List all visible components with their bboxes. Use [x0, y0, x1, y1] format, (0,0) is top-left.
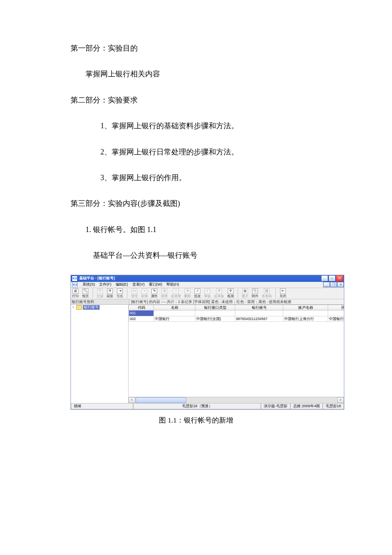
toolbar-icon: ⊘	[161, 289, 167, 294]
table-cell: 工商银行	[195, 311, 235, 316]
toolbar-icon: ⟳	[107, 289, 113, 294]
table-cell: 中国银行（开户行	[328, 311, 344, 316]
toolbar-label: 检测	[227, 294, 234, 298]
toolbar-button: ○反禁用	[170, 289, 181, 298]
inner-restore-button[interactable]: ❐	[330, 282, 337, 287]
step1-title: 1. 银行帐号。如图 1.1	[71, 223, 321, 236]
toolbar-icon: ⇤	[280, 289, 286, 294]
menu-icon: K3	[72, 282, 78, 287]
toolbar-label: 禁用	[161, 294, 168, 298]
toolbar-icon: ⚲	[228, 289, 234, 294]
table-cell: 001	[129, 311, 154, 316]
toolbar-icon: ✓	[205, 289, 210, 294]
menu-item[interactable]: 帮助(H)	[166, 282, 179, 287]
toolbar-button[interactable]: ✓批改	[194, 289, 201, 298]
column-header[interactable]: 开户行	[328, 305, 344, 311]
content-header: 银行账号资料 [银行账号] 的内容 ---- 共计：2 条记录 [字体说明] 蓝…	[71, 299, 344, 305]
column-header[interactable]: 代码	[129, 305, 154, 311]
requirement-1: 1、掌握网上银行的基础资料步骤和方法。	[71, 119, 321, 132]
toolbar-button[interactable]: ⇥引出	[116, 289, 124, 298]
toolbar-icon: ⇥	[117, 289, 123, 294]
scroll-left-icon[interactable]: <	[129, 397, 135, 403]
column-header[interactable]: 银行接口类型	[195, 305, 235, 311]
toolbar-button[interactable]: ⟳刷新	[106, 289, 114, 298]
toolbar-icon: ✗	[216, 289, 222, 294]
figure-caption: 图 1.1：银行帐号的新增	[71, 416, 321, 425]
window-close-button[interactable]: ✕	[336, 275, 343, 281]
scroll-thumb[interactable]	[136, 397, 186, 403]
table-cell: 1234567890987654	[235, 311, 283, 316]
toolbar-icon: ▣	[242, 289, 248, 294]
toolbar-label: 反禁用	[171, 294, 181, 298]
menubar: K3 系统(S) 文件(F) 编辑(E) 查看(V) 窗口(W) 帮助(H) _…	[71, 282, 344, 288]
section2-title: 第二部分：实验要求	[71, 93, 321, 107]
column-header[interactable]: 银行账号	[235, 305, 283, 311]
toolbar-label: 过滤	[97, 294, 103, 298]
status-left: 就绪	[71, 403, 133, 409]
tree-toggle-icon[interactable]: +	[72, 305, 75, 310]
toolbar-label: 附件	[252, 294, 258, 298]
toolbar-button[interactable]: ✎属性	[151, 289, 158, 298]
toolbar-button[interactable]: 📎附件	[251, 289, 259, 298]
sidebar-title: 银行账号资料	[71, 299, 129, 305]
table-row[interactable]: 002中国银行中国银行(全国)9876543211234567中国银行上海分行中…	[129, 316, 344, 321]
table-cell: 9876543211234567	[235, 316, 283, 321]
toolbar-button: ✗反审核	[214, 289, 224, 298]
tree-panel: + 银行账号	[71, 305, 129, 403]
grid-panel: 代码名称银行接口类型银行账号账户名称开户行 001工商银行工商银行1234567…	[129, 305, 344, 403]
menu-item[interactable]: 文件(F)	[99, 282, 112, 287]
tree-root[interactable]: + 银行账号	[71, 305, 128, 310]
toolbar-button[interactable]: 🔍预览	[82, 289, 89, 298]
status-period: 总账:2009年4期	[290, 403, 323, 409]
window-maximize-button[interactable]: □	[329, 275, 336, 281]
horizontal-scrollbar[interactable]: < >	[129, 397, 344, 403]
column-header[interactable]: 名称	[154, 305, 195, 311]
inner-minimize-button[interactable]: _	[323, 282, 330, 287]
toolbar-label: 管理	[131, 294, 138, 298]
window-title: 基础平台 - [银行账号]	[79, 276, 321, 281]
toolbar-label: 引出	[117, 294, 123, 298]
toolbar-button[interactable]: 🖨打印	[72, 289, 79, 298]
menu-item[interactable]: 窗口(W)	[149, 282, 163, 287]
window-minimize-button[interactable]: _	[321, 275, 328, 281]
inner-close-button[interactable]: ✕	[337, 282, 344, 287]
toolbar-icon: ＋	[141, 289, 147, 294]
toolbar-label: 删除	[184, 294, 191, 298]
table-cell: 002	[129, 316, 154, 321]
status-right: 毛慧影18	[323, 403, 344, 409]
toolbar-button: ▥条形码	[261, 289, 272, 298]
requirement-2: 2、掌握网上银行日常处理的步骤和方法。	[71, 145, 321, 159]
app-window: K3 基础平台 - [银行账号] _ □ ✕ K3 系统(S) 文件(F) 编辑…	[71, 275, 344, 410]
status-version: 演示版-毛慧影	[261, 403, 290, 409]
toolbar-label: 预览	[82, 294, 89, 298]
toolbar: 🖨打印🔍预览▽过滤⟳刷新⇥引出▭管理＋新增✎属性⊘禁用○反禁用✕删除✓批改✓审核…	[71, 288, 344, 300]
toolbar-label: 新增	[141, 294, 148, 298]
menu-item[interactable]: 编辑(E)	[116, 282, 128, 287]
toolbar-label: 打印	[72, 294, 79, 298]
status-user: 毛慧影18（预算）	[133, 403, 261, 409]
toolbar-button[interactable]: ⚲检测	[227, 289, 234, 298]
column-header[interactable]: 账户名称	[283, 305, 328, 311]
folder-icon	[76, 305, 82, 310]
toolbar-icon: 🔍	[83, 289, 88, 294]
document-page: 第一部分：实验目的 掌握网上银行相关内容 第二部分：实验要求 1、掌握网上银行的…	[0, 0, 392, 555]
toolbar-label: 反审核	[214, 294, 224, 298]
toolbar-icon: ✕	[185, 289, 190, 294]
menu-item[interactable]: 查看(V)	[132, 282, 145, 287]
toolbar-icon: ▭	[131, 289, 137, 294]
toolbar-label: 条形码	[262, 294, 272, 298]
toolbar-button: ⊘禁用	[161, 289, 168, 298]
statusbar: 就绪 毛慧影18（预算） 演示版-毛慧影 总账:2009年4期 毛慧影18	[71, 403, 344, 409]
toolbar-label: 刷新	[107, 294, 113, 298]
table-cell: 工商银行	[154, 311, 195, 316]
menu-item[interactable]: 系统(S)	[83, 282, 95, 287]
table-row[interactable]: 001工商银行工商银行1234567890987654中国银行上海分行中国银行（…	[129, 311, 344, 316]
scroll-right-icon[interactable]: >	[337, 397, 344, 403]
data-grid[interactable]: 代码名称银行接口类型银行账号账户名称开户行 001工商银行工商银行1234567…	[129, 305, 344, 322]
toolbar-icon: ▽	[97, 289, 103, 294]
table-cell: 中国银行上海分行	[283, 311, 328, 316]
titlebar[interactable]: K3 基础平台 - [银行账号] _ □ ✕	[71, 275, 344, 282]
toolbar-label: 属性	[151, 294, 158, 298]
toolbar-label: 批改	[194, 294, 201, 298]
toolbar-button[interactable]: ⇤关闭	[279, 289, 287, 298]
